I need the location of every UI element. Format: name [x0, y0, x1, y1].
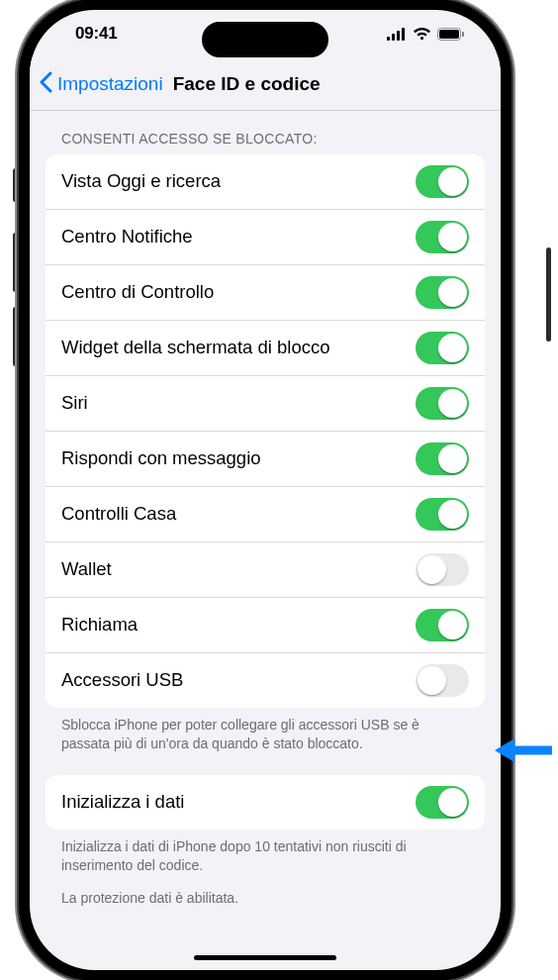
section-header-allow-access: CONSENTI ACCESSO SE BLOCCATO: — [46, 125, 485, 154]
iphone-frame: 09:41 — [30, 10, 501, 970]
setting-toggle[interactable] — [416, 276, 469, 309]
setting-row: Siri — [46, 375, 485, 431]
setting-row: Accessori USB — [46, 652, 485, 708]
setting-row: Richiama — [46, 597, 485, 652]
data-protection-footer: La protezione dati è abilitata. — [46, 875, 485, 908]
silence-switch — [13, 168, 18, 202]
setting-label: Rispondi con messaggio — [61, 447, 416, 469]
dynamic-island — [202, 22, 328, 57]
setting-row: Wallet — [46, 541, 485, 597]
setting-toggle[interactable] — [416, 664, 469, 697]
setting-toggle[interactable] — [416, 332, 469, 364]
setting-toggle[interactable] — [416, 387, 469, 420]
allow-access-group: Vista Oggi e ricercaCentro NotificheCent… — [46, 154, 485, 708]
svg-rect-1 — [392, 34, 395, 41]
setting-toggle[interactable] — [416, 553, 469, 586]
back-button[interactable]: Impostazioni — [57, 73, 163, 95]
usb-accessories-footer: Sblocca iPhone per poter collegare gli a… — [46, 708, 485, 753]
setting-label: Centro di Controllo — [61, 281, 416, 303]
erase-data-footer: Inizializza i dati di iPhone dopo 10 ten… — [46, 830, 485, 875]
setting-toggle[interactable] — [416, 609, 469, 641]
status-bar: 09:41 — [30, 10, 501, 57]
status-time: 09:41 — [57, 24, 117, 44]
page-title: Face ID e codice — [173, 73, 321, 95]
setting-toggle[interactable] — [416, 165, 469, 198]
setting-label: Richiama — [61, 614, 416, 636]
erase-data-label: Inizializza i dati — [61, 791, 416, 813]
setting-label: Accessori USB — [61, 669, 416, 691]
svg-rect-0 — [387, 37, 390, 41]
setting-row: Centro di Controllo — [46, 264, 485, 320]
back-chevron-icon[interactable] — [38, 71, 53, 97]
svg-rect-3 — [402, 28, 405, 41]
erase-data-toggle[interactable] — [416, 786, 469, 819]
setting-row: Controlli Casa — [46, 486, 485, 541]
home-indicator[interactable] — [194, 955, 336, 960]
wifi-icon — [413, 28, 431, 41]
side-button — [546, 247, 551, 342]
setting-label: Siri — [61, 392, 416, 414]
setting-toggle[interactable] — [416, 442, 469, 475]
setting-label: Widget della schermata di blocco — [61, 337, 416, 358]
svg-rect-6 — [462, 32, 464, 37]
nav-bar: Impostazioni Face ID e codice — [30, 57, 501, 111]
erase-data-group: Inizializza i dati — [46, 775, 485, 830]
setting-row: Widget della schermata di blocco — [46, 320, 485, 375]
setting-toggle[interactable] — [416, 498, 469, 531]
cellular-icon — [387, 28, 407, 41]
setting-label: Controlli Casa — [61, 503, 416, 525]
setting-row: Centro Notifiche — [46, 209, 485, 264]
setting-row: Vista Oggi e ricerca — [46, 154, 485, 209]
callout-arrow-icon — [493, 733, 552, 768]
volume-down-button — [13, 307, 18, 366]
erase-data-row: Inizializza i dati — [46, 775, 485, 830]
setting-label: Vista Oggi e ricerca — [61, 170, 416, 192]
setting-label: Wallet — [61, 558, 416, 580]
settings-content: CONSENTI ACCESSO SE BLOCCATO: Vista Oggi… — [30, 111, 501, 970]
status-icons — [387, 28, 473, 41]
setting-label: Centro Notifiche — [61, 226, 416, 247]
svg-rect-2 — [397, 31, 400, 41]
setting-row: Rispondi con messaggio — [46, 431, 485, 486]
battery-icon — [437, 28, 465, 41]
svg-rect-5 — [439, 30, 459, 39]
volume-up-button — [13, 233, 18, 292]
setting-toggle[interactable] — [416, 221, 469, 253]
